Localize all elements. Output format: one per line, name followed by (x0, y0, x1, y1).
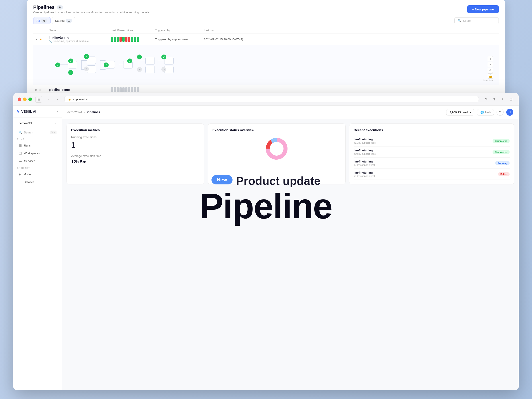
exec-bar (120, 87, 122, 92)
browser-nav: ‹ › (46, 96, 61, 103)
dataset-icon: ⊞ (19, 180, 21, 184)
status-badge: Completed (493, 150, 510, 154)
exec-bar (125, 37, 127, 42)
zoom-in-button[interactable]: + (488, 56, 493, 61)
avg-exec-time-label: Average execution time (71, 154, 200, 158)
exec-bar (117, 87, 119, 92)
exec-bar (125, 87, 127, 92)
execution-metrics-card: Execution metrics Running executions 1 A… (66, 123, 204, 184)
hub-button[interactable]: 🌐 Hub (477, 109, 494, 115)
exec-bars (111, 37, 155, 42)
maximize-button[interactable] (28, 98, 32, 101)
sidebar-item-services[interactable]: ☁ Services (15, 157, 60, 165)
exec-bar (111, 87, 113, 92)
refresh-button[interactable]: ↻ (482, 96, 489, 103)
execution-status-title: Execution status overview (212, 128, 341, 132)
tab-starred[interactable]: Starred 1 (52, 17, 75, 24)
minimize-button[interactable] (23, 98, 27, 101)
top-bar: demo2024 › Pipelines 3,969.93 credits 🌐 … (62, 106, 519, 119)
help-button[interactable]: ? (497, 109, 504, 116)
tab-overview-button[interactable]: ⊡ (508, 96, 514, 103)
sidebar-item-workspaces[interactable]: ◫ Workspaces (15, 149, 60, 157)
exec-bar (137, 37, 139, 42)
check-circle: ✓ (55, 63, 60, 67)
globe-icon: 🌐 (480, 111, 484, 114)
tab-switcher-icon[interactable]: ⊞ (35, 96, 42, 103)
recent-exec-item: llm-finetuning #8 by support-vessl Faile… (354, 169, 510, 180)
search-icon: 🔍 (19, 131, 22, 134)
share-button[interactable]: ⬆ (491, 96, 497, 103)
new-tab-button[interactable]: + (499, 96, 506, 103)
avatar[interactable]: J (506, 109, 513, 116)
zoom-controls: + − ⤢ 🔒 (488, 56, 493, 79)
breadcrumb-separator: › (84, 110, 85, 114)
exec-bar (137, 87, 139, 92)
zoom-fit-button[interactable]: ⤢ (488, 68, 493, 73)
back-button[interactable]: ‹ (46, 96, 52, 103)
check-circle: ✓ (127, 58, 132, 63)
sidebar-section-artifact: Artifact (13, 165, 62, 170)
dashboard-grid: Execution metrics Running executions 1 A… (62, 119, 519, 189)
credits-badge: 3,969.93 credits (446, 109, 474, 115)
model-icon: ◈ (19, 172, 21, 176)
exec-sub: #9 by support-vessl (354, 164, 375, 166)
table-header: Name Last 10 executions Triggered by Las… (33, 27, 499, 33)
zoom-out-button[interactable]: − (488, 62, 493, 67)
tab-all[interactable]: All 6 (33, 17, 51, 24)
table-row[interactable]: ▲ ★ llm-finetuning 🔧 Fine-tune, optimize… (33, 33, 499, 45)
workspace-label: demo2024 (19, 121, 32, 125)
runs-icon: ▦ (19, 143, 22, 147)
flow-diagram: ✓ ✓ ✓ ✓ ✓ ✓ ✓ ✓ ⊘ ⊘ ⊘ + − ⤢ 🔒 Rea (33, 45, 499, 85)
execution-metrics-title: Execution metrics (71, 128, 200, 132)
breadcrumb-current: Pipelines (87, 110, 100, 114)
sidebar-item-label: Workspaces (24, 152, 40, 155)
check-circle: ✓ (68, 58, 73, 63)
exec-bar (122, 37, 125, 42)
exec-bar (122, 87, 125, 92)
forward-button[interactable]: › (54, 96, 61, 103)
running-executions-label: Running executions (71, 135, 200, 139)
pipeline-name: pipeline-demo (49, 88, 111, 92)
exec-bar (114, 37, 116, 42)
sidebar-search[interactable]: 🔍 Search ⌘K (15, 129, 60, 136)
tab-starred-count: 1 (66, 19, 72, 23)
skip-circle: ⊘ (84, 66, 89, 71)
pipeline-sub: 🔧 Fine-tune, optimize & evaluate ... (49, 40, 111, 43)
browser-main-window: ⊞ ‹ › 🔒 app.vessl.ai ↻ ⬆ + ⊡ V VESSL AI … (13, 93, 519, 390)
search-box[interactable]: 🔍 Search (454, 17, 499, 24)
vessl-logo-v: V (17, 109, 19, 114)
sidebar-item-model[interactable]: ◈ Model (15, 171, 60, 178)
top-bar-right: 3,969.93 credits 🌐 Hub ? J (446, 109, 513, 116)
zoom-lock-button[interactable]: 🔒 (488, 73, 493, 79)
sidebar-item-label: Model (24, 173, 31, 176)
check-circle: ✓ (137, 55, 142, 59)
expand-icon: ▲ (35, 38, 38, 41)
sidebar-item-label: Services (24, 159, 35, 163)
sidebar: V VESSL AI ‹ demo2024 ▾ 🔍 Search ⌘K Runs… (13, 106, 62, 390)
exec-bar (131, 37, 133, 42)
search-icon: 🔍 (458, 19, 461, 22)
execution-status-card: Execution status overview (208, 123, 345, 184)
flow-node (146, 66, 155, 73)
sidebar-item-dataset[interactable]: ⊞ Dataset (15, 178, 60, 186)
sidebar-item-label: Runs (24, 144, 31, 147)
exec-bar (128, 87, 130, 92)
sidebar-item-runs[interactable]: ▦ Runs (15, 142, 60, 149)
new-pipeline-button[interactable]: + New pipeline (467, 5, 499, 13)
sidebar-logo: V VESSL AI ‹ (13, 109, 62, 117)
tab-all-count: 6 (41, 19, 47, 23)
services-icon: ☁ (19, 159, 22, 163)
avg-exec-time-value: 12h 5m (71, 159, 200, 165)
close-button[interactable] (18, 98, 21, 101)
sidebar-collapse-button[interactable]: ‹ (57, 109, 58, 114)
exec-name: llm-finetuning (354, 160, 375, 163)
sidebar-item-label: Dataset (24, 180, 34, 184)
browser-top-window: Pipelines 6 Create pipelines to control … (27, 0, 505, 100)
search-shortcut: ⌘K (50, 131, 57, 134)
url-bar[interactable]: 🔒 app.vessl.ai (64, 96, 479, 102)
pipeline-name: llm-finetuning (49, 36, 111, 39)
workspace-selector[interactable]: demo2024 ▾ (15, 119, 60, 127)
search-placeholder: Search (463, 19, 472, 22)
last-run-text: 2024-09-02 15:26:00 (GMT+9) (204, 38, 257, 41)
recent-exec-item: llm-finetuning #10 by support-vessl Comp… (354, 146, 510, 158)
